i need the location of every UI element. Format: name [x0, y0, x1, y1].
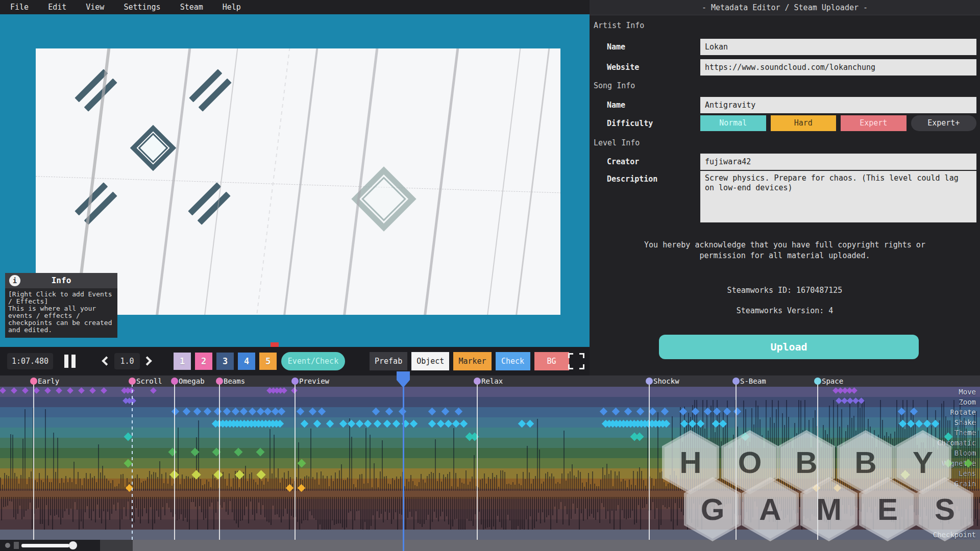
layer-button-1[interactable]: 1 — [174, 353, 191, 370]
mode-button-bg[interactable]: BG — [534, 352, 569, 370]
marker-dot-s-beam[interactable] — [732, 378, 740, 385]
menu-steam[interactable]: Steam — [180, 3, 203, 12]
waveform-bar — [13, 497, 14, 517]
waveform-bar — [308, 477, 309, 491]
waveform-bar — [791, 497, 792, 521]
game-object-slash-pair[interactable] — [75, 69, 117, 111]
difficulty-expert[interactable]: Expert — [841, 115, 906, 131]
menu-help[interactable]: Help — [223, 3, 241, 12]
waveform-bar — [24, 409, 26, 491]
layer-button-5[interactable]: 5 — [259, 353, 277, 370]
menu-edit[interactable]: Edit — [48, 3, 66, 12]
fullscreen-icon[interactable] — [568, 353, 584, 369]
waveform-bar — [580, 472, 581, 491]
event-check-button[interactable]: Event/Check — [281, 352, 345, 370]
event-timeline[interactable]: MoveZoomRotateShakeThemeChromaticBloomVi… — [0, 375, 980, 551]
waveform-bar — [605, 497, 606, 519]
waveform-bar — [64, 497, 65, 511]
waveform-bar — [535, 476, 536, 491]
waveform-bar — [274, 435, 275, 491]
marker-dot-relax[interactable] — [474, 378, 481, 385]
waveform-bar — [65, 476, 66, 491]
waveform-bar — [737, 427, 738, 491]
speed-increase-chevron[interactable] — [142, 356, 152, 365]
waveform-bar — [761, 497, 762, 520]
waveform-bar — [639, 467, 640, 491]
waveform-bar — [957, 497, 958, 506]
zoom-slider-track[interactable] — [21, 544, 69, 547]
waveform-bar — [405, 497, 406, 530]
marker-dot-shockw[interactable] — [646, 378, 653, 385]
mode-button-marker[interactable]: Marker — [453, 352, 491, 370]
waveform-bar — [843, 446, 844, 491]
layer-button-4[interactable]: 4 — [238, 353, 255, 370]
layer-button-2[interactable]: 2 — [195, 353, 212, 370]
waveform-bar — [153, 472, 154, 491]
waveform-bar — [360, 497, 361, 529]
waveform-bar — [69, 478, 70, 491]
menu-view[interactable]: View — [86, 3, 104, 12]
song-name-input[interactable] — [700, 97, 976, 113]
speed-decrease-chevron[interactable] — [102, 356, 111, 365]
waveform-bar — [134, 497, 135, 522]
marker-dot-early[interactable] — [30, 378, 37, 385]
waveform-bar — [886, 432, 887, 491]
waveform-bar — [317, 497, 318, 530]
difficulty-normal[interactable]: Normal — [700, 115, 766, 131]
waveform-bar — [112, 480, 113, 491]
waveform-bar — [102, 466, 103, 491]
waveform-bar — [851, 418, 852, 491]
playback-speed[interactable]: 1.0 — [114, 353, 140, 369]
mode-button-prefab[interactable]: Prefab — [370, 352, 407, 370]
waveform-bar — [892, 439, 893, 491]
waveform-bar — [973, 497, 974, 521]
waveform-bar — [408, 482, 409, 491]
waveform-bar — [212, 474, 213, 491]
difficulty-hard[interactable]: Hard — [771, 115, 837, 131]
menu-settings[interactable]: Settings — [124, 3, 160, 12]
waveform-bar — [8, 476, 9, 491]
waveform-bar — [653, 486, 654, 491]
waveform-bar — [74, 462, 75, 491]
waveform-bar — [643, 480, 644, 491]
game-object-slash-pair[interactable] — [189, 69, 231, 111]
waveform-bar — [386, 476, 387, 491]
artist-name-input[interactable] — [700, 39, 976, 55]
mode-button-check[interactable]: Check — [496, 352, 530, 370]
marker-dot-preview[interactable] — [291, 378, 299, 385]
mode-button-object[interactable]: Object — [411, 352, 449, 370]
waveform-bar — [704, 429, 705, 491]
layer-button-3[interactable]: 3 — [216, 353, 234, 370]
marker-dot-omegab[interactable] — [171, 378, 178, 385]
marker-dot-scroll[interactable] — [129, 378, 136, 385]
zoom-slider-handle[interactable] — [14, 542, 19, 549]
waveform-bar — [109, 497, 110, 520]
artist-website-input[interactable] — [700, 59, 976, 76]
description-input[interactable]: Screw physics. Prepare for chaos. (This … — [700, 171, 976, 222]
game-object-diamond[interactable] — [130, 125, 177, 171]
waveform-bar — [571, 497, 572, 519]
creator-input[interactable] — [700, 154, 976, 170]
waveform-bar — [253, 480, 254, 491]
marker-dot-space[interactable] — [814, 378, 821, 385]
pause-button[interactable] — [64, 355, 77, 368]
timeline-row-checkpoint[interactable] — [0, 530, 980, 540]
waveform-bar — [655, 479, 656, 491]
waveform-bar — [871, 497, 872, 513]
upload-button[interactable]: Upload — [659, 335, 919, 359]
game-object-slash-pair[interactable] — [188, 182, 230, 224]
waveform-bar — [113, 497, 114, 505]
zoom-out-dot[interactable] — [5, 543, 10, 548]
marker-dot-beams[interactable] — [216, 378, 223, 385]
waveform-bar — [718, 497, 719, 502]
waveform-bar — [754, 497, 755, 502]
timeline-scrollbar-thumb[interactable] — [133, 540, 980, 551]
game-object-slash-pair[interactable] — [75, 182, 117, 224]
waveform-bar — [23, 497, 24, 517]
difficulty-expert-plus[interactable]: Expert+ — [911, 115, 977, 131]
menu-file[interactable]: File — [10, 3, 29, 12]
zoom-slider-knob[interactable] — [69, 541, 77, 549]
playhead-line[interactable] — [403, 375, 404, 551]
waveform-bar — [590, 484, 591, 491]
time-display[interactable]: 1:07.480 — [7, 353, 53, 369]
